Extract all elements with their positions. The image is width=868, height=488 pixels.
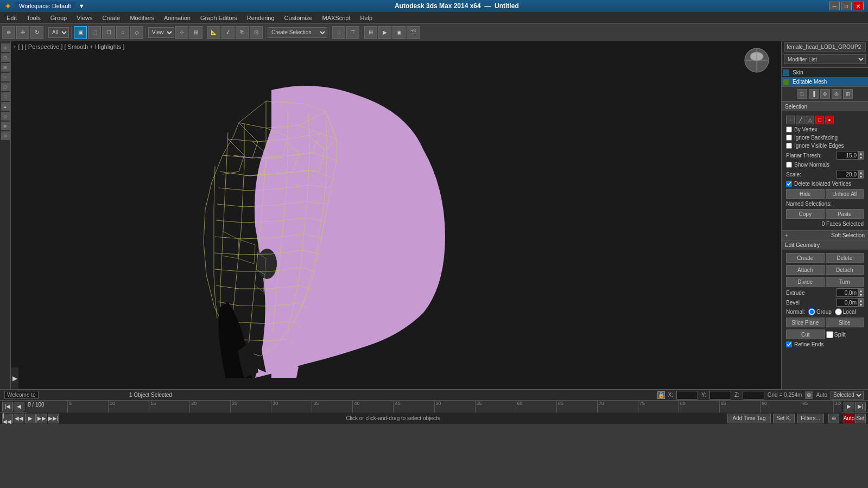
left-tool-4[interactable]: ○ <box>1 73 10 81</box>
percent-snap[interactable]: % <box>236 26 249 39</box>
select-and-move[interactable]: ⊹ <box>175 26 188 39</box>
show-normals-checkbox[interactable] <box>786 162 792 168</box>
scale-input[interactable]: 20,0 <box>837 170 858 179</box>
soft-selection-header[interactable]: + Soft Selection <box>782 230 868 240</box>
filter-dropdown[interactable]: All <box>48 27 69 38</box>
menu-help[interactable]: Help <box>356 14 377 22</box>
select-tool[interactable]: ⊕ <box>2 26 15 39</box>
go-to-end-button[interactable]: ▶▶| <box>48 414 59 423</box>
left-tool-1[interactable]: ⊕ <box>1 43 10 52</box>
scale-up[interactable]: ▲ <box>858 170 864 174</box>
delete-button[interactable]: Delete <box>826 253 864 263</box>
panel-icon-3[interactable]: ⊕ <box>820 89 830 99</box>
viewport[interactable]: + [ ] [ Perspective ] [ Smooth + Highlig… <box>11 41 781 389</box>
menu-modifiers[interactable]: Modifiers <box>125 14 159 22</box>
paste-button[interactable]: Paste <box>826 209 864 219</box>
menu-edit[interactable]: Edit <box>2 14 21 22</box>
transform-snap[interactable]: 📐 <box>207 26 220 39</box>
menu-customize[interactable]: Customize <box>280 14 317 22</box>
menu-group[interactable]: Group <box>46 14 72 22</box>
filters-button[interactable]: Filters... <box>797 414 824 423</box>
menu-animation[interactable]: Animation <box>160 14 195 22</box>
detach-button[interactable]: Detach <box>826 265 864 275</box>
prev-frame-btn[interactable]: ◀◀ <box>14 414 24 423</box>
create-button[interactable]: Create <box>786 253 825 263</box>
skin-modifier-label[interactable]: Skin <box>790 68 867 77</box>
menu-maxscript[interactable]: MAXScript <box>318 14 355 22</box>
minimize-button[interactable]: ─ <box>829 2 840 10</box>
left-tool-6[interactable]: □ <box>1 92 10 101</box>
quick-render[interactable]: ▶ <box>378 26 391 39</box>
prev-key-button[interactable]: ◀ <box>14 402 24 411</box>
hide-button[interactable]: Hide <box>786 189 825 199</box>
menu-rendering[interactable]: Rendering <box>243 14 279 22</box>
ignore-visible-edges-checkbox[interactable] <box>786 143 792 149</box>
fence-select-tool[interactable]: ◇ <box>130 26 143 39</box>
planar-thresh-up[interactable]: ▲ <box>858 151 864 155</box>
editable-mesh-visibility-toggle[interactable] <box>783 79 789 85</box>
paint-select-tool[interactable]: ☐ <box>102 26 115 39</box>
panel-icon-5[interactable]: ⊞ <box>843 89 853 99</box>
menu-create[interactable]: Create <box>98 14 124 22</box>
play-icon[interactable]: ▶ <box>12 375 17 382</box>
bevel-up[interactable]: ▲ <box>858 298 864 302</box>
menu-views[interactable]: Views <box>72 14 97 22</box>
scale-down[interactable]: ▼ <box>858 174 864 179</box>
lasso-select-tool[interactable]: ○ <box>116 26 129 39</box>
slice-button[interactable]: Slice <box>826 318 864 327</box>
skin-modifier-row[interactable]: Skin <box>782 68 868 77</box>
selection-section-header[interactable]: Selection <box>782 102 868 111</box>
select-object-tool[interactable]: ▣ <box>74 26 87 39</box>
unlink-tool[interactable]: ⊤ <box>346 26 359 39</box>
next-frame-btn[interactable]: ▶▶ <box>36 414 47 423</box>
left-tool-9[interactable]: ⊗ <box>1 122 10 130</box>
left-tool-2[interactable]: ⊡ <box>1 53 10 62</box>
face-mode-icon[interactable]: △ <box>806 116 814 124</box>
grid-toggle-icon[interactable]: ⊕ <box>805 391 813 399</box>
region-select-tool[interactable]: ⬚ <box>88 26 101 39</box>
editable-mesh-modifier-label[interactable]: Editable Mesh <box>790 78 867 86</box>
left-tool-5[interactable]: ⬡ <box>1 83 10 91</box>
angle-snap[interactable]: ∠ <box>221 26 235 39</box>
auto-key-button[interactable]: Auto <box>844 414 854 423</box>
material-editor[interactable]: ◉ <box>392 26 406 39</box>
vertex-mode-icon[interactable]: · <box>786 116 795 124</box>
divide-button[interactable]: Divide <box>786 277 825 287</box>
turn-button[interactable]: Turn <box>826 277 864 287</box>
slice-plane-button[interactable]: Slice Plane <box>786 318 825 327</box>
view-dropdown[interactable]: View <box>148 27 174 38</box>
play-button[interactable]: ▶ <box>25 414 36 423</box>
extrude-up[interactable]: ▲ <box>858 288 864 293</box>
planar-thresh-input[interactable]: 15,0 <box>837 151 858 160</box>
close-button[interactable]: ✕ <box>853 2 864 10</box>
create-selection-dropdown[interactable]: Create Selection <box>268 27 327 38</box>
spinner-snap[interactable]: ⊡ <box>250 26 263 39</box>
render-setup[interactable]: 🎬 <box>407 26 420 39</box>
panel-icon-1[interactable]: □ <box>797 89 807 99</box>
set-key-button[interactable]: Set <box>855 414 866 423</box>
workspace-dropdown[interactable]: ▼ <box>79 3 85 9</box>
edge-mode-icon[interactable]: ╱ <box>796 116 804 124</box>
menu-graph-editors[interactable]: Graph Editors <box>196 14 242 22</box>
polygon-mode-icon[interactable]: □ <box>815 116 824 124</box>
key-mode-button[interactable]: ⊕ <box>828 414 839 423</box>
panel-icon-4[interactable]: ◎ <box>832 89 841 99</box>
add-time-tag-button[interactable]: Add Time Tag <box>727 414 771 423</box>
rotate-tool[interactable]: ↻ <box>30 26 43 39</box>
attach-button[interactable]: Attach <box>786 265 825 275</box>
expand-soft-selection[interactable]: + <box>785 232 788 238</box>
extrude-down[interactable]: ▼ <box>858 293 864 297</box>
edit-geometry-header[interactable]: Edit Geometry <box>782 240 868 250</box>
hierarchy-tool[interactable]: ⊞ <box>364 26 377 39</box>
unhide-all-button[interactable]: Unhide All <box>826 189 864 199</box>
left-tool-8[interactable]: ◇ <box>1 112 10 121</box>
editable-mesh-modifier-row[interactable]: Editable Mesh <box>782 77 868 86</box>
go-to-start-button[interactable]: |◀◀ <box>2 414 13 423</box>
maximize-button[interactable]: □ <box>841 2 852 10</box>
cut-button[interactable]: Cut <box>786 329 825 339</box>
next-frame-button[interactable]: ▶| <box>855 402 866 411</box>
object-name-field[interactable]: female_head_LOD1_GROUP2 <box>784 42 866 52</box>
z-coord-input[interactable] <box>743 391 764 400</box>
extrude-input[interactable]: 0,0m <box>837 288 858 297</box>
panel-icon-2[interactable]: ▐ <box>809 89 819 99</box>
